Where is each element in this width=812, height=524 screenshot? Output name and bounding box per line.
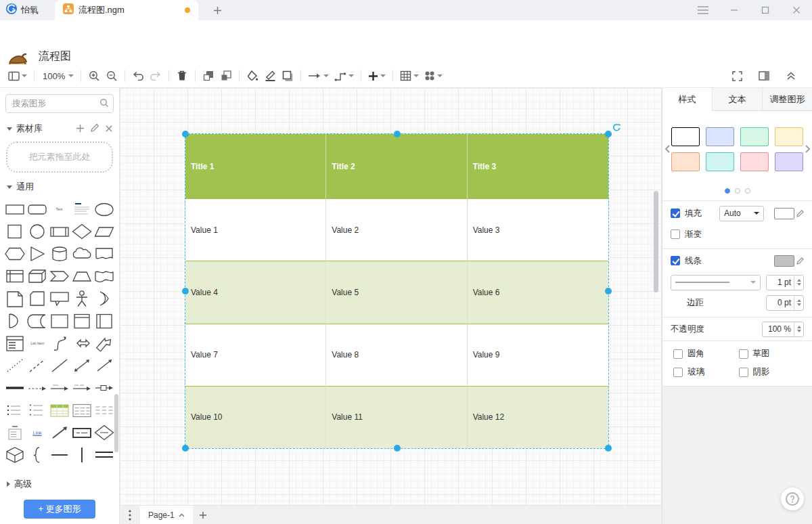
library-section-header[interactable]: 素材库 [0,118,119,139]
shape-bullet-list[interactable] [4,399,26,421]
table-cell[interactable]: Value 7 [185,324,326,386]
table-insert-button[interactable] [397,67,422,85]
shape-link[interactable]: Link [26,422,49,443]
shape-window[interactable] [70,310,93,332]
line-checkbox[interactable] [671,256,680,265]
margin-input[interactable]: 0 pt [766,295,804,311]
table-cell[interactable]: Value 11 [326,386,467,448]
resize-handle-sw[interactable] [182,445,189,452]
shape-table-plain[interactable] [93,399,115,421]
shape-trapezoid[interactable] [70,265,93,287]
more-shapes-button[interactable]: + 更多图形 [24,500,95,519]
line-width-spinner[interactable] [794,276,803,290]
toggle-checkbox-玻璃[interactable] [673,368,683,377]
resize-handle-e[interactable] [605,288,612,294]
format-tab-调整图形[interactable]: 调整图形 [762,88,812,111]
minimize-button[interactable] [719,0,750,20]
shape-ellipse[interactable] [93,198,115,220]
shape-callout[interactable] [49,288,71,309]
shape-bidirectional-arrow[interactable] [70,355,93,376]
shape-heading[interactable] [70,198,93,220]
shape-vertical-line[interactable] [70,444,93,466]
resize-handle-w[interactable] [182,288,189,294]
shape-dashed-edge[interactable] [26,377,49,399]
shape-step[interactable] [49,265,71,287]
close-library-icon[interactable] [106,123,112,135]
shape-line[interactable] [49,355,71,376]
shape-circle[interactable] [26,221,49,242]
style-swatch-2[interactable] [740,127,769,146]
style-swatch-6[interactable] [740,152,769,171]
toggle-checkbox-圆角[interactable] [673,349,683,359]
library-dropzone[interactable]: 把元素拖至此处 [6,141,113,173]
table-cell[interactable]: Value 1 [185,198,326,261]
shape-card[interactable] [26,288,49,309]
style-swatch-4[interactable] [671,152,700,171]
style-swatch-5[interactable] [706,152,734,171]
collapse-toolbar-button[interactable] [782,67,800,85]
shape-labeled-edge[interactable] [70,377,93,399]
view-outline-button[interactable] [5,67,30,85]
shape-note[interactable] [4,288,26,309]
resize-handle-n[interactable] [394,131,401,137]
preset-page-dot-0[interactable] [725,188,730,194]
format-tab-文本[interactable]: 文本 [712,88,762,111]
waypoint-style-button[interactable] [332,67,357,85]
line-color-button[interactable] [261,67,279,85]
shape-process[interactable] [49,221,71,242]
shape-tape[interactable] [93,265,115,287]
shape-brace[interactable] [26,444,49,466]
table-cell[interactable]: Value 8 [326,324,467,386]
shape-list-item[interactable]: List Item [26,332,49,354]
style-swatch-0[interactable] [671,127,700,146]
table-cell[interactable]: Value 4 [185,261,326,323]
sidebar-scrollbar[interactable] [114,394,118,452]
fill-color-picker[interactable] [774,208,804,219]
table-cell[interactable]: Value 10 [185,386,326,448]
shape-thick-arrow[interactable] [93,332,115,354]
opacity-spinner[interactable] [794,322,803,336]
layout-button[interactable] [422,67,445,85]
style-swatch-3[interactable] [775,127,803,146]
resize-handle-nw[interactable] [182,131,189,137]
line-color-picker[interactable] [774,255,804,267]
opacity-input[interactable]: 100 % [762,322,804,337]
shape-boxed-edge[interactable] [93,377,115,399]
new-tab-button[interactable] [209,2,225,18]
table-header-cell[interactable]: Title 2 [326,134,467,198]
shape-hexagon[interactable] [4,243,26,265]
general-section-header[interactable]: 通用 [0,177,119,197]
table-cell[interactable]: Value 5 [326,261,467,323]
shape-dotted-line[interactable] [4,355,26,376]
add-page-button[interactable] [193,511,213,519]
fill-checkbox[interactable] [671,209,680,218]
shape-table-green[interactable] [49,399,71,421]
resize-handle-ne[interactable] [605,131,612,137]
shape-double-line[interactable] [93,444,115,466]
fill-mode-select[interactable]: Auto [719,206,764,221]
delete-button[interactable] [173,67,191,85]
style-swatch-7[interactable] [775,152,803,171]
style-swatch-1[interactable] [706,127,734,146]
shape-parallelogram[interactable] [93,221,115,242]
fullscreen-button[interactable] [728,67,746,85]
shape-or[interactable] [93,288,115,309]
table-header-cell[interactable]: Title 3 [468,134,608,198]
fill-color-button[interactable] [244,67,261,85]
table-shape[interactable]: Title 1Title 2Title 3Value 1Value 2Value… [185,134,608,448]
rotate-handle-icon[interactable] [612,123,621,135]
table-cell[interactable]: Value 12 [468,386,608,448]
page-tab[interactable]: Page-1 [140,506,193,524]
shape-actor[interactable] [70,288,93,309]
resize-handle-s[interactable] [394,445,401,452]
document-tab[interactable]: 流程图.ngm [55,0,198,20]
shape-double-arrow[interactable] [70,332,93,354]
shape-square[interactable] [4,221,26,242]
pages-menu-button[interactable] [120,510,140,521]
shape-labeled-diamond[interactable] [93,422,115,443]
shape-text[interactable]: Text [49,198,71,220]
presets-next-icon[interactable] [803,145,812,153]
close-button[interactable] [781,0,812,20]
shape-data-storage[interactable] [26,310,49,332]
edit-library-icon[interactable] [91,123,99,135]
